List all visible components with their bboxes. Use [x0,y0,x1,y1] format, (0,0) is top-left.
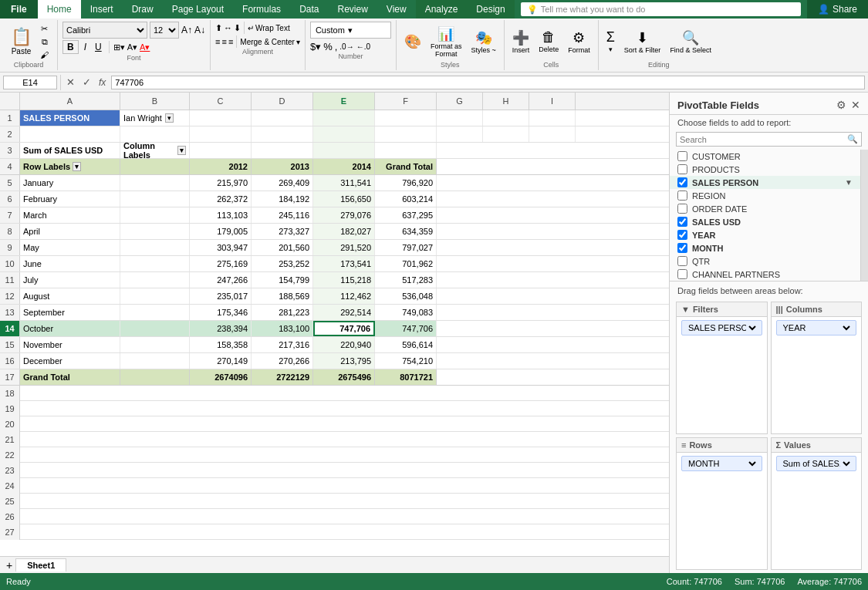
tab-insert[interactable]: Insert [81,0,123,19]
cell-a1[interactable]: SALES PERSON [20,110,120,126]
font-size-select[interactable]: 12 [150,22,179,39]
cell-a3[interactable]: Sum of SALES USD [20,143,120,158]
col-header-e[interactable]: E [313,93,375,110]
pivot-field-month[interactable]: MONTH [670,241,868,255]
col-header-g[interactable]: G [437,93,483,110]
cell-h4[interactable] [483,159,529,174]
cell-i6[interactable] [529,191,576,207]
function-icon[interactable]: fx [96,77,108,88]
cell-a2[interactable] [20,126,120,142]
cell-c17[interactable]: 2674096 [190,369,252,385]
cell-b8[interactable] [120,224,190,239]
cell-h7[interactable] [483,207,529,223]
cell-b16[interactable] [120,353,190,369]
cell-b15[interactable] [120,337,190,352]
cell-e8[interactable]: 182,027 [313,224,375,239]
cell-a5[interactable]: January [20,175,120,190]
cell-e17[interactable]: 2675496 [313,369,375,385]
month-rows-select[interactable]: MONTH [685,458,758,469]
cell-f10[interactable]: 701,962 [375,256,437,271]
cell-f13[interactable]: 749,083 [375,305,437,320]
cell-f17[interactable]: 8071721 [375,369,437,385]
cell-h9[interactable] [483,240,529,255]
tab-formulas[interactable]: Formulas [233,0,290,19]
cell-d15[interactable]: 217,316 [252,337,313,352]
number-format-dropdown[interactable]: Custom▾ [310,22,391,39]
cell-i2[interactable] [529,126,576,142]
cell-h15[interactable] [483,337,529,352]
cell-b13[interactable] [120,305,190,320]
col-header-i[interactable]: I [529,93,576,110]
cell-name-box[interactable] [3,76,57,89]
align-top-button[interactable]: ⬆ [215,23,222,33]
pivot-field-qtr[interactable]: QTR [670,255,868,268]
align-middle-button[interactable]: ↔ [224,23,232,32]
delete-cells-button[interactable]: 🗑 Delete [535,29,562,53]
copy-button[interactable]: ⧉ [38,36,51,48]
cell-b3[interactable]: Column Labels ▾ [120,143,190,158]
cell-e9[interactable]: 291,520 [313,240,375,255]
formula-input[interactable] [111,76,865,89]
cell-b6[interactable] [120,191,190,207]
cell-i13[interactable] [529,305,576,320]
cell-d7[interactable]: 245,116 [252,207,313,223]
col-header-b[interactable]: B [120,93,190,110]
cell-h11[interactable] [483,272,529,288]
cell-b11[interactable] [120,272,190,288]
cell-i4[interactable] [529,159,576,174]
cell-c8[interactable]: 179,005 [190,224,252,239]
cell-c3[interactable] [190,143,252,158]
cell-h16[interactable] [483,353,529,369]
cell-a8[interactable]: April [20,224,120,239]
cell-b14[interactable] [120,321,190,336]
share-button[interactable]: 👤 Share [807,0,868,19]
cell-d16[interactable]: 270,266 [252,353,313,369]
cell-a4[interactable]: Row Labels ▾ [20,159,120,174]
align-center-button[interactable]: ≡ [221,37,226,46]
align-left-button[interactable]: ≡ [215,37,220,46]
cell-i9[interactable] [529,240,576,255]
cell-c6[interactable]: 262,372 [190,191,252,207]
tab-pagelayout[interactable]: Page Layout [163,0,233,19]
pivot-field-checkbox-region[interactable] [677,190,687,201]
cell-i14[interactable] [529,321,576,336]
cell-d13[interactable]: 281,223 [252,305,313,320]
sales-person-filter-select[interactable]: SALES PERSON [685,322,758,333]
cell-d8[interactable]: 273,327 [252,224,313,239]
cell-a6[interactable]: February [20,191,120,207]
cell-c5[interactable]: 215,970 [190,175,252,190]
cell-a16[interactable]: December [20,353,120,369]
cell-h17[interactable] [483,369,529,385]
cell-f1[interactable] [375,110,437,126]
cell-e13[interactable]: 292,514 [313,305,375,320]
cell-h10[interactable] [483,256,529,271]
pivot-field-checkbox-channel-partners[interactable] [677,269,687,279]
pivot-field-checkbox-year[interactable] [677,230,687,240]
cell-h13[interactable] [483,305,529,320]
cell-g2[interactable] [437,126,483,142]
pivot-field-sales-person[interactable]: SALES PERSON ▼ [670,176,868,189]
cell-d9[interactable]: 201,560 [252,240,313,255]
cell-h3[interactable] [483,143,529,158]
pivot-field-channel-partners[interactable]: CHANNEL PARTNERS [670,268,868,281]
align-right-button[interactable]: ≡ [228,37,233,46]
cell-i1[interactable] [529,110,576,126]
cell-c14[interactable]: 238,394 [190,321,252,336]
pivot-field-sales-usd[interactable]: SALES USD [670,215,868,228]
cell-c16[interactable]: 270,149 [190,353,252,369]
fill-button[interactable]: ⬇ Sort & Filter [621,29,664,54]
cell-e14[interactable]: 747,706 [313,321,375,336]
cell-b10[interactable] [120,256,190,271]
fill-color-button[interactable]: A▾ [127,42,137,52]
cell-c12[interactable]: 235,017 [190,288,252,304]
currency-button[interactable]: $▾ [310,41,321,52]
cell-e15[interactable]: 220,940 [313,337,375,352]
tell-me-bar[interactable]: 💡 Tell me what you want to do [521,2,801,16]
pivot-field-checkbox-sales-person[interactable] [677,177,687,187]
year-columns-select[interactable]: YEAR [780,322,853,333]
cut-button[interactable]: ✂ [38,23,51,35]
cell-g4[interactable] [437,159,483,174]
cell-g8[interactable] [437,224,483,239]
tab-home[interactable]: Home [38,0,81,19]
cell-g5[interactable] [437,175,483,190]
